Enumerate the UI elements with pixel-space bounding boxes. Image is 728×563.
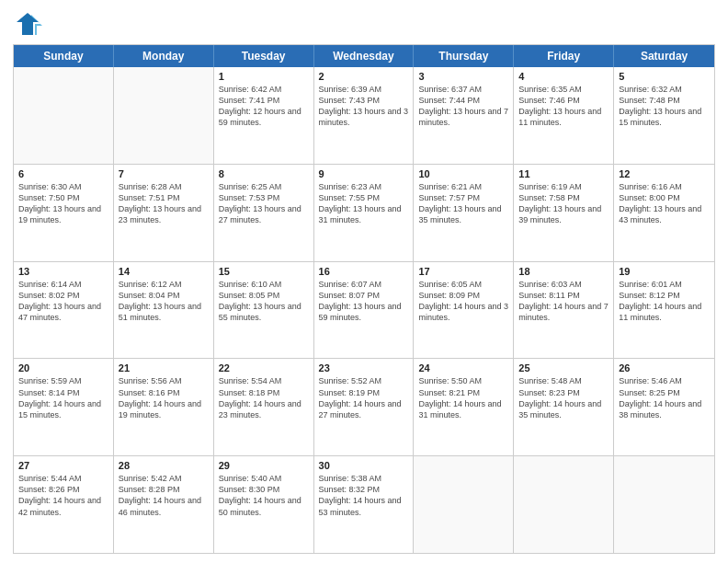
cell-day-number: 8 — [219, 168, 309, 179]
cell-info: Sunrise: 6:05 AM Sunset: 8:09 PM Dayligh… — [418, 279, 508, 324]
calendar-cell: 11Sunrise: 6:19 AM Sunset: 7:58 PM Dayli… — [514, 165, 614, 261]
cell-day-number: 19 — [619, 266, 710, 277]
logo-icon — [13, 9, 42, 39]
cell-info: Sunrise: 6:21 AM Sunset: 7:57 PM Dayligh… — [418, 181, 508, 226]
calendar-cell: 12Sunrise: 6:16 AM Sunset: 8:00 PM Dayli… — [614, 165, 714, 261]
cell-day-number: 5 — [619, 71, 710, 82]
cell-info: Sunrise: 6:01 AM Sunset: 8:12 PM Dayligh… — [619, 279, 710, 324]
cell-info: Sunrise: 5:46 AM Sunset: 8:25 PM Dayligh… — [619, 375, 710, 420]
cell-day-number: 4 — [518, 71, 609, 82]
cell-info: Sunrise: 6:30 AM Sunset: 7:50 PM Dayligh… — [18, 181, 108, 226]
header-day-saturday: Saturday — [614, 45, 714, 67]
cell-day-number: 28 — [119, 460, 209, 471]
cell-info: Sunrise: 6:14 AM Sunset: 8:02 PM Dayligh… — [18, 279, 108, 324]
cell-day-number: 30 — [319, 460, 409, 471]
cell-info: Sunrise: 5:38 AM Sunset: 8:32 PM Dayligh… — [319, 473, 409, 518]
cell-info: Sunrise: 5:52 AM Sunset: 8:19 PM Dayligh… — [319, 375, 409, 420]
calendar-row-4: 27Sunrise: 5:44 AM Sunset: 8:26 PM Dayli… — [14, 455, 714, 553]
cell-day-number: 25 — [518, 362, 609, 373]
cell-day-number: 6 — [18, 168, 108, 179]
calendar-cell: 1Sunrise: 6:42 AM Sunset: 7:41 PM Daylig… — [214, 67, 314, 164]
cell-day-number: 18 — [518, 266, 609, 277]
cell-info: Sunrise: 6:39 AM Sunset: 7:43 PM Dayligh… — [319, 84, 409, 129]
calendar-cell — [14, 67, 114, 164]
calendar-cell: 19Sunrise: 6:01 AM Sunset: 8:12 PM Dayli… — [614, 262, 714, 359]
calendar-cell — [414, 456, 514, 553]
calendar-row-1: 6Sunrise: 6:30 AM Sunset: 7:50 PM Daylig… — [14, 164, 714, 261]
cell-info: Sunrise: 6:37 AM Sunset: 7:44 PM Dayligh… — [418, 84, 508, 129]
calendar-cell: 4Sunrise: 6:35 AM Sunset: 7:46 PM Daylig… — [514, 67, 614, 164]
cell-info: Sunrise: 6:07 AM Sunset: 8:07 PM Dayligh… — [319, 279, 409, 324]
header — [13, 9, 715, 39]
cell-day-number: 3 — [418, 71, 508, 82]
header-day-wednesday: Wednesday — [314, 45, 415, 67]
header-day-thursday: Thursday — [414, 45, 514, 67]
cell-day-number: 26 — [619, 362, 710, 373]
cell-info: Sunrise: 6:28 AM Sunset: 7:51 PM Dayligh… — [119, 181, 209, 226]
calendar-body: 1Sunrise: 6:42 AM Sunset: 7:41 PM Daylig… — [14, 67, 714, 553]
calendar-cell: 8Sunrise: 6:25 AM Sunset: 7:53 PM Daylig… — [214, 165, 314, 261]
cell-info: Sunrise: 5:54 AM Sunset: 8:18 PM Dayligh… — [219, 375, 309, 420]
calendar-cell — [114, 67, 214, 164]
cell-day-number: 17 — [418, 266, 508, 277]
calendar-cell: 2Sunrise: 6:39 AM Sunset: 7:43 PM Daylig… — [314, 67, 415, 164]
cell-day-number: 12 — [619, 168, 710, 179]
cell-day-number: 29 — [219, 460, 309, 471]
cell-day-number: 13 — [18, 266, 108, 277]
page: SundayMondayTuesdayWednesdayThursdayFrid… — [0, 0, 728, 563]
calendar-cell: 24Sunrise: 5:50 AM Sunset: 8:21 PM Dayli… — [414, 359, 514, 455]
calendar-header: SundayMondayTuesdayWednesdayThursdayFrid… — [14, 45, 714, 67]
cell-info: Sunrise: 6:32 AM Sunset: 7:48 PM Dayligh… — [619, 84, 710, 129]
cell-info: Sunrise: 6:19 AM Sunset: 7:58 PM Dayligh… — [518, 181, 609, 226]
cell-info: Sunrise: 5:59 AM Sunset: 8:14 PM Dayligh… — [18, 375, 108, 420]
calendar-cell: 27Sunrise: 5:44 AM Sunset: 8:26 PM Dayli… — [14, 456, 114, 553]
cell-day-number: 20 — [18, 362, 108, 373]
calendar-cell: 9Sunrise: 6:23 AM Sunset: 7:55 PM Daylig… — [314, 165, 415, 261]
cell-day-number: 15 — [219, 266, 309, 277]
cell-info: Sunrise: 5:40 AM Sunset: 8:30 PM Dayligh… — [219, 473, 309, 518]
cell-day-number: 10 — [418, 168, 508, 179]
cell-day-number: 9 — [319, 168, 409, 179]
calendar-cell: 16Sunrise: 6:07 AM Sunset: 8:07 PM Dayli… — [314, 262, 415, 359]
calendar-cell: 30Sunrise: 5:38 AM Sunset: 8:32 PM Dayli… — [314, 456, 415, 553]
cell-day-number: 14 — [119, 266, 209, 277]
calendar-cell: 5Sunrise: 6:32 AM Sunset: 7:48 PM Daylig… — [614, 67, 714, 164]
header-day-monday: Monday — [114, 45, 214, 67]
calendar-cell: 17Sunrise: 6:05 AM Sunset: 8:09 PM Dayli… — [414, 262, 514, 359]
calendar-row-2: 13Sunrise: 6:14 AM Sunset: 8:02 PM Dayli… — [14, 261, 714, 359]
logo — [13, 9, 46, 39]
calendar-cell: 15Sunrise: 6:10 AM Sunset: 8:05 PM Dayli… — [214, 262, 314, 359]
cell-day-number: 7 — [119, 168, 209, 179]
cell-day-number: 1 — [219, 71, 309, 82]
calendar-cell: 25Sunrise: 5:48 AM Sunset: 8:23 PM Dayli… — [514, 359, 614, 455]
cell-day-number: 11 — [518, 168, 609, 179]
cell-info: Sunrise: 6:12 AM Sunset: 8:04 PM Dayligh… — [119, 279, 209, 324]
calendar-cell — [614, 456, 714, 553]
cell-info: Sunrise: 6:16 AM Sunset: 8:00 PM Dayligh… — [619, 181, 710, 226]
cell-info: Sunrise: 5:48 AM Sunset: 8:23 PM Dayligh… — [518, 375, 609, 420]
calendar-cell: 21Sunrise: 5:56 AM Sunset: 8:16 PM Dayli… — [114, 359, 214, 455]
cell-day-number: 22 — [219, 362, 309, 373]
calendar-row-3: 20Sunrise: 5:59 AM Sunset: 8:14 PM Dayli… — [14, 358, 714, 455]
calendar-cell: 28Sunrise: 5:42 AM Sunset: 8:28 PM Dayli… — [114, 456, 214, 553]
cell-info: Sunrise: 5:44 AM Sunset: 8:26 PM Dayligh… — [18, 473, 108, 518]
calendar-cell: 10Sunrise: 6:21 AM Sunset: 7:57 PM Dayli… — [414, 165, 514, 261]
header-day-tuesday: Tuesday — [214, 45, 314, 67]
calendar-cell: 6Sunrise: 6:30 AM Sunset: 7:50 PM Daylig… — [14, 165, 114, 261]
cell-info: Sunrise: 6:03 AM Sunset: 8:11 PM Dayligh… — [518, 279, 609, 324]
header-day-friday: Friday — [514, 45, 614, 67]
cell-info: Sunrise: 6:25 AM Sunset: 7:53 PM Dayligh… — [219, 181, 309, 226]
cell-info: Sunrise: 5:42 AM Sunset: 8:28 PM Dayligh… — [119, 473, 209, 518]
cell-day-number: 21 — [119, 362, 209, 373]
cell-info: Sunrise: 6:42 AM Sunset: 7:41 PM Dayligh… — [219, 84, 309, 129]
calendar-cell: 22Sunrise: 5:54 AM Sunset: 8:18 PM Dayli… — [214, 359, 314, 455]
calendar-cell: 26Sunrise: 5:46 AM Sunset: 8:25 PM Dayli… — [614, 359, 714, 455]
calendar-cell: 7Sunrise: 6:28 AM Sunset: 7:51 PM Daylig… — [114, 165, 214, 261]
calendar: SundayMondayTuesdayWednesdayThursdayFrid… — [13, 44, 715, 554]
cell-info: Sunrise: 5:50 AM Sunset: 8:21 PM Dayligh… — [418, 375, 508, 420]
calendar-cell: 14Sunrise: 6:12 AM Sunset: 8:04 PM Dayli… — [114, 262, 214, 359]
cell-day-number: 23 — [319, 362, 409, 373]
calendar-cell: 23Sunrise: 5:52 AM Sunset: 8:19 PM Dayli… — [314, 359, 415, 455]
cell-info: Sunrise: 5:56 AM Sunset: 8:16 PM Dayligh… — [119, 375, 209, 420]
cell-day-number: 16 — [319, 266, 409, 277]
